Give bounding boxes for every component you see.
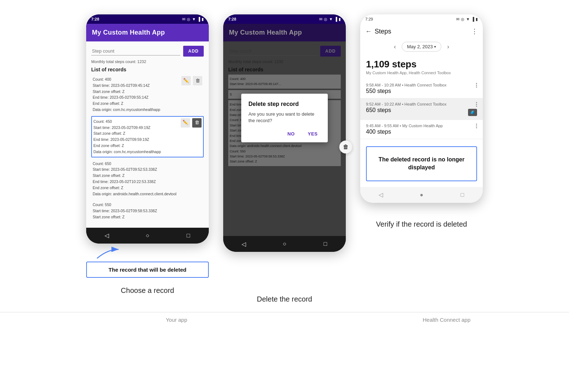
footer-labels: Your app Health Connect app (0, 312, 569, 327)
home-nav-1[interactable]: ○ (141, 231, 154, 240)
floating-delete-icon[interactable]: 🗑 (339, 141, 352, 153)
phone-3-status-bar: 7:29 ✉ ◎ ▼ ▐ ▮ (360, 14, 483, 24)
entry-steps-3: 400 steps (366, 129, 476, 135)
step-input-row-2: ADD (228, 46, 341, 57)
delete-icon-2[interactable]: 🗑 (192, 118, 202, 128)
recent-nav-1[interactable]: □ (182, 231, 195, 240)
edit-icon-2[interactable]: ✏️ (181, 118, 190, 128)
entry-info-3: 9:45 AM - 9:55 AM • My Custom Health App… (366, 124, 476, 135)
phone-2-app-title: My Custom Health App (229, 29, 302, 36)
dialog-yes-button[interactable]: YES (305, 130, 321, 138)
back-nav-3[interactable]: ◁ (374, 191, 387, 199)
monthly-count-1: Monthly total steps count: 1232 (91, 59, 204, 64)
arrow-svg-1 (93, 246, 122, 260)
record-item-4: Count: 550 Start time: 2023-05-02T09:58:… (91, 200, 204, 222)
prev-date-icon[interactable]: ‹ (394, 44, 396, 50)
deleted-notice-box: The deleted record is no longer displaye… (366, 146, 477, 181)
annotation-box-1: The record that will be deleted (86, 262, 209, 278)
entry-info-2: 9:52 AM - 10:22 AM • Health Connect Tool… (366, 102, 468, 113)
signal-icon-3: ▐ (471, 17, 474, 21)
entry-info-1: 9:58 AM - 10:28 AM • Health Connect Tool… (366, 83, 476, 94)
record-1-origin: Data origin: com.hc.mycustomhealthapp (93, 107, 202, 113)
mail-icon: ✉ (182, 17, 185, 22)
monthly-count-2: Monthly total steps count: 1232 (228, 59, 341, 64)
record-4-row: Count: 550 Start time: 2023-05-02T09:58:… (93, 202, 202, 220)
record-3-end-zone: End zone offset: Z (93, 185, 202, 191)
phone-2-status-icons: ✉ ◎ ▼ ▐ ▮ (319, 17, 341, 22)
record-3-count: Count: 650 (93, 161, 202, 167)
entry-steps-1: 550 steps (366, 88, 476, 94)
phone-3-frame: 7:29 ✉ ◎ ▼ ▐ ▮ ← Steps ⋮ ‹ May 2, 2023 (360, 14, 483, 203)
record-2-actions: ✏️ 🗑 (181, 118, 202, 128)
step-record-entry-3: 9:45 AM - 9:55 AM • My Custom Health App… (360, 120, 483, 139)
step-count-input-2[interactable] (228, 47, 317, 55)
battery-icon-3: ▮ (476, 17, 478, 22)
wifi-icon-2: ▼ (329, 17, 333, 21)
your-app-section: Your app (50, 317, 303, 323)
add-button-2[interactable]: ADD (320, 46, 341, 57)
phone-1-wrapper: 7:28 ✉ ◎ ▼ ▐ ▮ My Custom Health App (86, 14, 209, 244)
entry-time-3: 9:45 AM - 9:55 AM • My Custom Health App (366, 124, 476, 128)
caption-3: Verify if the record is deleted (376, 220, 467, 228)
record-1-row: Count: 400 Start time: 2023-05-02T09:45:… (93, 76, 202, 113)
dialog-no-button[interactable]: NO (284, 130, 298, 138)
annotation-area-1: The record that will be deleted (86, 246, 209, 278)
record-1-end-zone: End zone offset: Z (93, 101, 202, 107)
dialog-actions: NO YES (248, 130, 321, 138)
home-nav-2[interactable]: ○ (278, 240, 291, 248)
record-1-end: End time: 2023-05-02T09:55:14Z (93, 94, 202, 101)
home-nav-3[interactable]: ● (415, 191, 428, 199)
record-item-1: Count: 400 Start time: 2023-05-02T09:45:… (91, 75, 204, 115)
dialog-body: Are you sure you want to delete the reco… (248, 111, 321, 124)
annotation-text-1: The record that will be deleted (109, 267, 186, 273)
step-sources: My Custom Health App, Health Connect Too… (366, 71, 477, 75)
record-item-3: Count: 650 Start time: 2023-05-02T09:52:… (91, 159, 204, 199)
back-nav-1[interactable]: ◁ (100, 231, 113, 240)
health-connect-label: Health Connect app (423, 317, 471, 323)
delete-icon-1[interactable]: 🗑 (193, 76, 202, 85)
record-3-end: End time: 2023-05-02T10:22:53.338Z (93, 179, 202, 185)
battery-icon: ▮ (202, 17, 204, 22)
column-3: 7:29 ✉ ◎ ▼ ▐ ▮ ← Steps ⋮ ‹ May 2, 2023 (360, 14, 483, 228)
record-2-row: Count: 450 Start time: 2023-05-02T09:49:… (93, 119, 202, 155)
date-chip[interactable]: May 2, 2023 ▾ (402, 42, 442, 52)
record-2-start-zone: Start zone offset: Z (93, 130, 202, 137)
phone-2-status-bar: 7:28 ✉ ◎ ▼ ▐ ▮ (223, 14, 346, 24)
date-nav-3: ‹ May 2, 2023 ▾ › (360, 39, 483, 54)
back-nav-2[interactable]: ◁ (237, 240, 250, 248)
recent-nav-2[interactable]: □ (319, 240, 332, 248)
signal-icon-2: ▐ (334, 17, 337, 21)
phone-3-title: Steps (375, 28, 468, 35)
deleted-notice-text: The deleted record is no longer displaye… (379, 156, 464, 170)
more-icon-entry-3[interactable] (476, 124, 477, 128)
back-icon-3[interactable]: ← (365, 28, 372, 35)
phone-2-time: 7:28 (228, 17, 236, 21)
edit-icon-1[interactable]: ✏️ (181, 76, 191, 85)
record-item-2-highlighted: Count: 450 Start time: 2023-05-02T09:49:… (91, 116, 204, 157)
record-dimmed-1: Count: 400 Start time: 2023-05-02T09:45:… (228, 75, 341, 89)
entry-time-1: 9:58 AM - 10:28 AM • Health Connect Tool… (366, 83, 476, 87)
phone-2-container: 7:28 ✉ ◎ ▼ ▐ ▮ My Custom Health App (223, 14, 346, 252)
record-3-content: Count: 650 Start time: 2023-05-02T09:52:… (93, 161, 202, 197)
column-1: 7:28 ✉ ◎ ▼ ▐ ▮ My Custom Health App (86, 14, 209, 295)
next-date-icon[interactable]: › (447, 44, 449, 50)
record-3-start: Start time: 2023-05-02T09:52:53.338Z (93, 166, 202, 173)
more-icon-entry-1[interactable] (476, 83, 477, 88)
record-4-content: Count: 550 Start time: 2023-05-02T09:58:… (93, 202, 202, 220)
entry-time-2: 9:52 AM - 10:22 AM • Health Connect Tool… (366, 102, 468, 106)
more-icon-3[interactable]: ⋮ (471, 27, 478, 35)
phone-3-toolbar: ← Steps ⋮ (360, 24, 483, 39)
step-summary-3: 1,109 steps My Custom Health App, Health… (360, 54, 483, 78)
phone-1-content: ADD Monthly total steps count: 1232 List… (86, 41, 209, 228)
step-record-entry-1: 9:58 AM - 10:28 AM • Health Connect Tool… (360, 79, 483, 98)
recent-nav-3[interactable]: □ (456, 191, 469, 199)
mail-icon-2: ✉ (319, 17, 322, 22)
phone-3-status-icons: ✉ ◎ ▼ ▐ ▮ (456, 17, 478, 22)
record-2-origin: Data origin: com.hc.mycustomhealthapp (93, 149, 202, 155)
step-count-input-1[interactable] (91, 47, 180, 55)
add-button-1[interactable]: ADD (183, 46, 204, 57)
caption-1: Choose a record (121, 286, 174, 295)
more-icon-entry-2[interactable] (476, 102, 477, 107)
step-record-entry-2: 9:52 AM - 10:22 AM • Health Connect Tool… (360, 98, 483, 120)
record-2-end-zone: End zone offset: Z (93, 143, 202, 149)
